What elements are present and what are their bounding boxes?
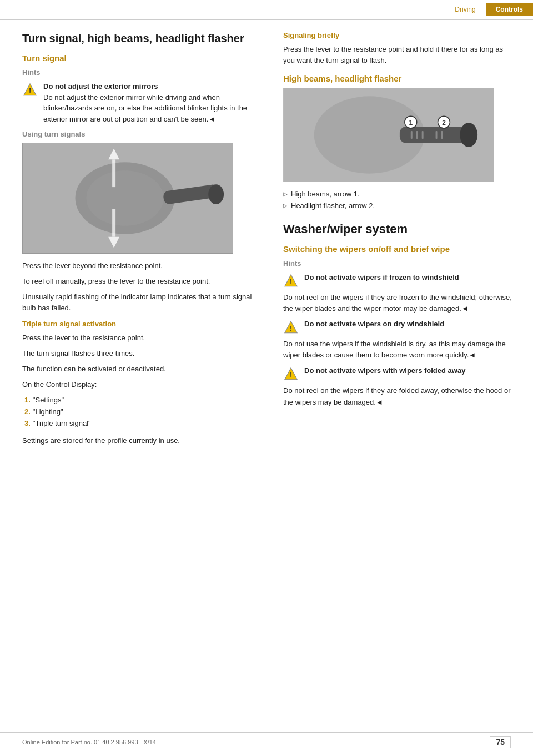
turn-signal-title: Turn signal [22,53,266,63]
triple-para-3: The function can be activated or deactiv… [22,364,266,375]
settings-note: Settings are stored for the profile curr… [22,435,266,446]
hint-box-2: ! Do not activate wipers if frozen to wi… [283,272,516,289]
hint-2-text: Do not activate wipers if frozen to wind… [304,272,459,283]
settings-list: 1."Settings" 2."Lighting" 3."Triple turn… [22,395,266,429]
list-item-3: 3."Triple turn signal" [22,418,266,430]
high-beams-svg: 1 2 [284,88,494,182]
list-item-1: 1."Settings" [22,395,266,406]
svg-rect-19 [441,131,443,139]
footer-online-edition: Online Edition for Part no. 01 40 2 956 … [22,739,156,745]
lever-svg [23,143,233,254]
warning-icon-3: ! [283,320,299,335]
washer-title: Washer/wiper system [283,222,516,236]
triple-para-1: Press the lever to the resistance point. [22,332,266,344]
hint-4-body: Do not reel on the wipers if they are fo… [283,385,516,407]
page-number: 75 [490,736,511,748]
switching-title: Switching the wipers on/off and brief wi… [283,244,516,254]
high-beams-title: High beams, headlight flasher [283,74,516,83]
main-title: Turn signal, high beams, headlight flash… [22,31,266,46]
hint-3-body: Do not use the wipers if the windshield … [283,339,516,361]
svg-rect-18 [436,131,438,139]
svg-text:1: 1 [409,119,413,127]
tab-driving: Driving [445,3,485,16]
hint-box-1: ! Do not adjust the exterior mirrors Do … [22,81,266,124]
svg-text:!: ! [290,278,292,285]
signaling-title: Signaling briefly [283,31,516,39]
high-beams-image: 1 2 [283,88,494,182]
hints-title-right: Hints [283,259,516,268]
using-title: Using turn signals [22,130,266,138]
warning-icon-4: ! [283,366,299,382]
tab-controls: Controls [486,3,533,16]
triple-para-2: The turn signal flashes three times. [22,348,266,359]
main-content: Turn signal, high beams, headlight flash… [0,20,533,462]
signaling-para: Press the lever to the resistance point … [283,44,516,66]
hints-title-left: Hints [22,68,266,77]
bullet-item-2: Headlight flasher, arrow 2. [283,200,516,212]
svg-point-4 [86,170,163,225]
para-3: Unusually rapid flashing of the indicato… [22,291,266,314]
hint-1-text: Do not adjust the exterior mirrors Do no… [43,81,266,124]
warning-icon-1: ! [22,82,38,98]
svg-text:2: 2 [442,119,446,127]
hint-3-text: Do not activate wipers on dry windshield [304,319,444,330]
bullet-list: High beams, arrow 1. Headlight flasher, … [283,189,516,212]
warning-icon-2: ! [283,273,299,289]
turn-signal-image [22,143,233,254]
svg-point-14 [460,123,477,147]
hint-4-text: Do not activate wipers with wipers folde… [304,365,465,376]
para-1: Press the lever beyond the resistance po… [22,260,266,271]
svg-rect-17 [422,131,424,139]
hint-box-4: ! Do not activate wipers with wipers fol… [283,365,516,382]
bullet-item-1: High beams, arrow 1. [283,189,516,200]
page-header: Driving Controls [0,0,533,20]
header-tabs: Driving Controls [445,3,533,16]
svg-rect-10 [112,209,115,237]
triple-para-4: On the Control Display: [22,379,266,390]
left-column: Turn signal, high beams, headlight flash… [22,31,266,451]
svg-rect-15 [411,131,413,139]
svg-text:!: ! [290,325,292,332]
svg-point-6 [208,184,224,204]
page-footer: Online Edition for Part no. 01 40 2 956 … [0,732,533,748]
svg-rect-9 [112,159,115,187]
svg-text:!: ! [29,87,31,95]
para-2: To reel off manually, press the lever to… [22,276,266,287]
hint-box-3: ! Do not activate wipers on dry windshie… [283,319,516,335]
svg-text:!: ! [290,371,292,379]
svg-rect-16 [416,131,418,139]
right-column: Signaling briefly Press the lever to the… [283,31,516,451]
hint-2-body: Do not reel on the wipers if they are fr… [283,292,516,314]
list-item-2: 2."Lighting" [22,406,266,418]
triple-title: Triple turn signal activation [22,320,266,328]
